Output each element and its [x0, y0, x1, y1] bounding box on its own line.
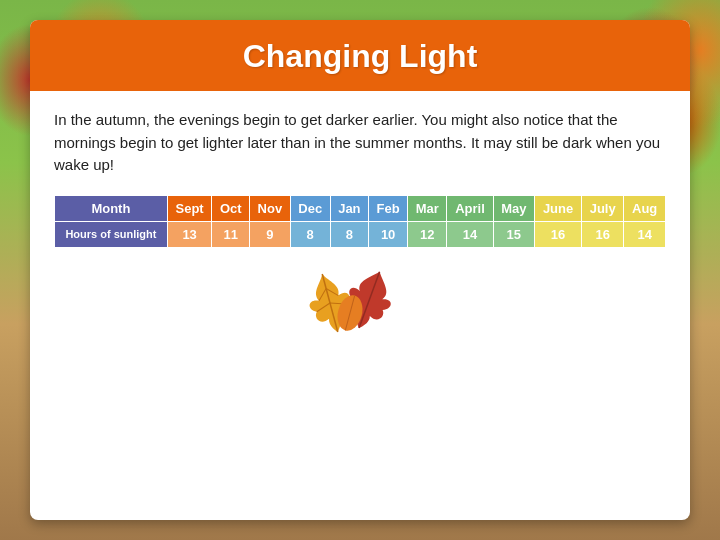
col-header-may: May [493, 195, 535, 221]
val-nov: 9 [250, 221, 291, 247]
col-header-jan: Jan [330, 195, 368, 221]
val-oct: 11 [212, 221, 250, 247]
col-header-mar: Mar [408, 195, 447, 221]
col-header-july: July [582, 195, 624, 221]
sunlight-table: Month Sept Oct Nov Dec Jan Feb Mar April… [54, 195, 666, 248]
table-data-row: Hours of sunlight 13 11 9 8 8 10 12 14 1… [55, 221, 666, 247]
col-header-aug: Aug [624, 195, 666, 221]
col-header-june: June [535, 195, 582, 221]
val-june: 16 [535, 221, 582, 247]
val-apr: 14 [447, 221, 493, 247]
val-jan: 8 [330, 221, 368, 247]
col-header-feb: Feb [369, 195, 408, 221]
leaf-decoration-area [54, 248, 666, 348]
main-card: Changing Light In the autumn, the evenin… [30, 20, 690, 520]
col-header-oct: Oct [212, 195, 250, 221]
col-header-nov: Nov [250, 195, 291, 221]
val-july: 16 [582, 221, 624, 247]
table-header-row: Month Sept Oct Nov Dec Jan Feb Mar April… [55, 195, 666, 221]
row-label-hours: Hours of sunlight [55, 221, 168, 247]
val-mar: 12 [408, 221, 447, 247]
val-feb: 10 [369, 221, 408, 247]
col-header-month: Month [55, 195, 168, 221]
val-aug: 14 [624, 221, 666, 247]
card-header: Changing Light [30, 20, 690, 91]
col-header-sept: Sept [167, 195, 212, 221]
card-body: In the autumn, the evenings begin to get… [30, 91, 690, 364]
val-dec: 8 [290, 221, 330, 247]
description-text: In the autumn, the evenings begin to get… [54, 109, 666, 177]
col-header-dec: Dec [290, 195, 330, 221]
col-header-apr: April [447, 195, 493, 221]
page-title: Changing Light [50, 38, 670, 75]
leaves-icon [280, 258, 440, 348]
val-may: 15 [493, 221, 535, 247]
val-sept: 13 [167, 221, 212, 247]
